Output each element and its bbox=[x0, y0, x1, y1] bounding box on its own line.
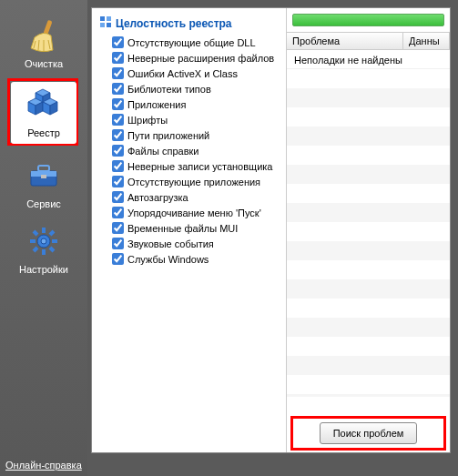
check-box[interactable] bbox=[112, 129, 124, 141]
check-box[interactable] bbox=[112, 52, 124, 64]
sidebar-item-label: Сервис bbox=[11, 198, 76, 209]
svg-line-14 bbox=[34, 248, 37, 251]
help-link[interactable]: Онлайн-справка bbox=[5, 460, 82, 471]
check-box[interactable] bbox=[112, 114, 124, 126]
check-label: Ошибки ActiveX и Class bbox=[127, 68, 238, 79]
sidebar-item-cleanup[interactable]: Очистка bbox=[11, 16, 76, 69]
svg-rect-15 bbox=[100, 16, 105, 21]
sidebar-item-settings[interactable]: Настройки bbox=[11, 222, 76, 275]
check-list: Отсутствующие общие DLLНеверные расширен… bbox=[96, 35, 282, 267]
check-label: Упорядочивание меню 'Пуск' bbox=[127, 208, 261, 218]
check-item[interactable]: Автозагрузка bbox=[112, 189, 282, 205]
result-header: Проблема Данны bbox=[287, 32, 450, 50]
column-data[interactable]: Данны bbox=[403, 33, 450, 49]
check-item[interactable]: Файлы справки bbox=[112, 143, 282, 158]
svg-rect-18 bbox=[107, 23, 111, 27]
check-box[interactable] bbox=[112, 98, 124, 110]
check-item[interactable]: Неверные записи установщика bbox=[112, 158, 282, 174]
check-box[interactable] bbox=[112, 191, 124, 203]
check-box[interactable] bbox=[112, 238, 124, 249]
check-label: Приложения bbox=[127, 99, 186, 110]
button-area: Поиск проблем bbox=[287, 414, 450, 452]
scan-button[interactable]: Поиск проблем bbox=[320, 422, 418, 444]
check-item[interactable]: Упорядочивание меню 'Пуск' bbox=[112, 205, 282, 220]
check-item[interactable]: Пути приложений bbox=[112, 127, 282, 143]
check-label: Библиотеки типов bbox=[127, 84, 211, 95]
check-box[interactable] bbox=[112, 67, 124, 79]
check-box[interactable] bbox=[112, 36, 124, 48]
result-panel: Проблема Данны Неполадки не найдены Поис… bbox=[287, 8, 450, 452]
check-label: Звуковые события bbox=[127, 238, 214, 249]
check-label: Временные файлы MUI bbox=[127, 223, 238, 234]
empty-rows bbox=[287, 69, 450, 397]
check-label: Шрифты bbox=[127, 115, 168, 126]
progress-bar bbox=[292, 14, 444, 26]
check-label: Пути приложений bbox=[127, 130, 209, 141]
check-box[interactable] bbox=[112, 207, 124, 218]
check-item[interactable]: Ошибки ActiveX и Class bbox=[112, 66, 282, 81]
svg-rect-17 bbox=[100, 23, 105, 27]
check-box[interactable] bbox=[112, 83, 124, 95]
sidebar-item-label: Очистка bbox=[11, 58, 76, 69]
check-label: Отсутствующие общие DLL bbox=[127, 37, 256, 48]
check-item[interactable]: Звуковые события bbox=[112, 236, 282, 251]
sidebar-item-label: Настройки bbox=[11, 264, 76, 275]
sidebar-item-label: Реестр bbox=[11, 127, 76, 138]
panel-title: Целостность реестра bbox=[99, 15, 282, 31]
broom-icon bbox=[18, 16, 69, 55]
sidebar-item-registry[interactable]: Реестр bbox=[11, 82, 76, 144]
result-body: Неполадки не найдены bbox=[287, 50, 450, 414]
sidebar: Очистка Реестр bbox=[0, 0, 87, 476]
check-box[interactable] bbox=[112, 253, 124, 265]
check-item[interactable]: Отсутствующие приложения bbox=[112, 174, 282, 189]
check-item[interactable]: Шрифты bbox=[112, 112, 282, 127]
check-label: Файлы справки bbox=[127, 146, 199, 157]
check-item[interactable]: Службы Windows bbox=[112, 251, 282, 267]
check-label: Отсутствующие приложения bbox=[127, 177, 260, 187]
svg-rect-3 bbox=[38, 166, 49, 171]
main-panel: Целостность реестра Отсутствующие общие … bbox=[91, 7, 451, 453]
svg-line-11 bbox=[34, 231, 37, 235]
check-label: Неверные записи установщика bbox=[127, 161, 272, 172]
check-item[interactable]: Библиотеки типов bbox=[112, 81, 282, 96]
sidebar-item-tools[interactable]: Сервис bbox=[11, 157, 76, 209]
check-label: Автозагрузка bbox=[127, 192, 188, 203]
check-item[interactable]: Неверные расширения файлов bbox=[112, 50, 282, 66]
check-item[interactable]: Отсутствующие общие DLL bbox=[112, 35, 282, 50]
toolbox-icon bbox=[18, 157, 69, 195]
registry-cubes-icon bbox=[18, 86, 69, 124]
svg-rect-16 bbox=[107, 16, 111, 21]
svg-line-13 bbox=[50, 231, 54, 235]
svg-line-12 bbox=[50, 248, 54, 251]
check-panel: Целостность реестра Отсутствующие общие … bbox=[92, 8, 287, 452]
check-label: Неверные расширения файлов bbox=[127, 53, 274, 64]
check-item[interactable]: Приложения bbox=[112, 96, 282, 112]
registry-small-icon bbox=[99, 15, 112, 31]
check-box[interactable] bbox=[112, 145, 124, 157]
column-problem[interactable]: Проблема bbox=[287, 33, 403, 49]
result-row: Неполадки не найдены bbox=[287, 50, 450, 69]
check-box[interactable] bbox=[112, 160, 124, 172]
gear-icon bbox=[18, 222, 69, 260]
check-label: Службы Windows bbox=[127, 254, 209, 265]
check-box[interactable] bbox=[112, 176, 124, 187]
check-box[interactable] bbox=[112, 222, 124, 234]
check-item[interactable]: Временные файлы MUI bbox=[112, 220, 282, 236]
svg-point-6 bbox=[41, 238, 46, 244]
svg-rect-4 bbox=[41, 175, 46, 178]
